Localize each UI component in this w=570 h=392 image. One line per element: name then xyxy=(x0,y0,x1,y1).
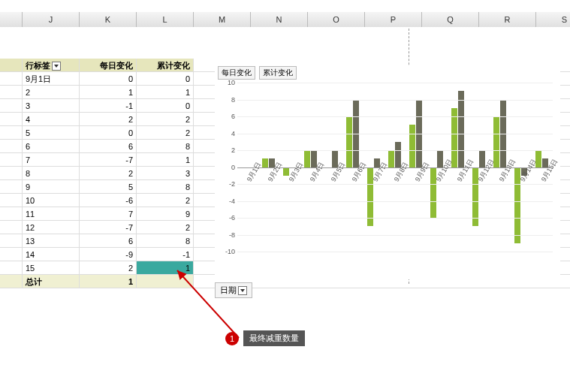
row-label[interactable]: 5 xyxy=(23,126,80,139)
cell-cumulative[interactable]: 8 xyxy=(137,140,194,152)
column-header-row: JKLMNOPQRS xyxy=(0,12,570,27)
callout-number: 1 xyxy=(225,332,239,345)
row-label[interactable]: 14 xyxy=(23,248,80,261)
row-label[interactable]: 8 xyxy=(23,167,80,179)
gridline xyxy=(237,218,553,219)
plot-area: 9月1日9月2日9月3日9月4日9月5日9月6日9月7日9月8日9月9日9月10… xyxy=(237,83,553,252)
cell-daily[interactable]: 6 xyxy=(80,140,137,152)
y-tick: -2 xyxy=(229,180,235,188)
date-filter-button[interactable]: 日期 xyxy=(215,282,252,298)
cell-daily[interactable]: -1 xyxy=(80,99,137,112)
bar xyxy=(409,125,415,167)
callout-text: 最终减重数量 xyxy=(243,330,305,346)
cell-daily[interactable]: 7 xyxy=(80,207,137,220)
header-cumulative[interactable]: 累计变化 xyxy=(137,59,194,71)
bar xyxy=(458,91,464,167)
y-tick: 6 xyxy=(231,113,235,120)
row-label[interactable]: 9 xyxy=(23,180,80,193)
row-label[interactable]: 15 xyxy=(23,261,80,274)
bar xyxy=(262,158,268,167)
gridline xyxy=(237,252,553,252)
x-tick: 9月1日 xyxy=(245,161,264,184)
cell-cumulative[interactable]: 1 xyxy=(137,261,194,274)
cell-daily[interactable]: -9 xyxy=(80,248,137,261)
cell-daily[interactable]: 1 xyxy=(80,86,137,98)
col-header-O[interactable]: O xyxy=(308,12,365,27)
y-tick: -8 xyxy=(229,231,235,239)
row-label[interactable]: 12 xyxy=(23,221,80,234)
cell-cumulative[interactable]: 0 xyxy=(137,99,194,112)
legend-daily[interactable]: 每日变化 xyxy=(218,66,255,80)
row-label[interactable]: 11 xyxy=(23,207,80,220)
cell-daily[interactable]: -7 xyxy=(80,221,137,234)
gridline xyxy=(237,150,553,151)
cell-cumulative[interactable]: 1 xyxy=(137,153,194,166)
cell-daily[interactable]: 0 xyxy=(80,126,137,139)
cell-daily[interactable]: 2 xyxy=(80,113,137,125)
y-axis: -10-8-6-4-20246810 xyxy=(215,83,237,252)
cell-cumulative[interactable]: 8 xyxy=(137,180,194,193)
col-header-L[interactable]: L xyxy=(137,12,194,27)
cell-daily[interactable]: 2 xyxy=(80,261,137,274)
cell-cumulative[interactable]: -1 xyxy=(137,248,194,261)
pivot-chart[interactable]: 每日变化 累计变化 -10-8-6-4-20246810 9月1日9月2日9月3… xyxy=(215,66,560,279)
row-label[interactable]: 9月1日 xyxy=(23,72,80,85)
cell-daily[interactable]: 0 xyxy=(80,72,137,85)
cell-daily[interactable]: -7 xyxy=(80,153,137,166)
col-header-M[interactable]: M xyxy=(194,12,251,27)
col-header-R[interactable]: R xyxy=(479,12,536,27)
cell-daily[interactable]: 5 xyxy=(80,180,137,193)
gridline xyxy=(237,201,553,202)
cell-cumulative[interactable]: 3 xyxy=(137,167,194,179)
bar xyxy=(283,167,289,176)
row-label[interactable]: 7 xyxy=(23,153,80,166)
y-tick: 4 xyxy=(231,130,235,137)
gridline xyxy=(237,116,553,117)
y-tick: 0 xyxy=(231,164,235,171)
total-daily[interactable]: 1 xyxy=(80,275,137,288)
y-tick: -4 xyxy=(229,198,235,205)
cell-cumulative[interactable]: 1 xyxy=(137,86,194,98)
header-daily[interactable]: 每日变化 xyxy=(80,59,137,71)
total-cumulative[interactable] xyxy=(137,275,194,288)
row-label[interactable]: 6 xyxy=(23,140,80,152)
cell-daily[interactable]: 6 xyxy=(80,234,137,247)
col-header-K[interactable]: K xyxy=(80,12,137,27)
col-header-N[interactable]: N xyxy=(251,12,308,27)
col-header-Q[interactable]: Q xyxy=(422,12,479,27)
cell-daily[interactable]: -6 xyxy=(80,194,137,207)
gridline xyxy=(237,134,553,134)
gridline xyxy=(237,184,553,185)
bar xyxy=(535,150,541,167)
col-header-blank[interactable] xyxy=(0,12,23,27)
legend-cumulative[interactable]: 累计变化 xyxy=(259,66,297,80)
bar xyxy=(304,150,310,167)
filter-icon[interactable] xyxy=(52,62,61,71)
bar xyxy=(388,150,394,167)
row-label[interactable]: 10 xyxy=(23,194,80,207)
cell-cumulative[interactable]: 2 xyxy=(137,113,194,125)
header-rowlabel[interactable]: 行标签 xyxy=(23,59,80,71)
bar xyxy=(346,116,352,167)
cell-cumulative[interactable]: 8 xyxy=(137,234,194,247)
gridline xyxy=(237,235,553,236)
cell-cumulative[interactable]: 9 xyxy=(137,207,194,220)
col-header-P[interactable]: P xyxy=(365,12,422,27)
col-header-J[interactable]: J xyxy=(23,12,80,27)
cell-cumulative[interactable]: 2 xyxy=(137,126,194,139)
chart-legend: 每日变化 累计变化 xyxy=(218,66,298,80)
cell-cumulative[interactable]: 2 xyxy=(137,194,194,207)
row-label[interactable]: 3 xyxy=(23,99,80,112)
y-tick: -10 xyxy=(225,248,235,255)
cell-cumulative[interactable]: 0 xyxy=(137,72,194,85)
cell-daily[interactable]: 2 xyxy=(80,167,137,179)
cell-cumulative[interactable]: 2 xyxy=(137,221,194,234)
x-tick: 9月3日 xyxy=(287,161,306,184)
row-label[interactable]: 4 xyxy=(23,113,80,125)
col-header-S[interactable]: S xyxy=(536,12,570,27)
total-label[interactable]: 总计 xyxy=(23,275,80,288)
row-label[interactable]: 2 xyxy=(23,86,80,98)
callout: 1 最终减重数量 xyxy=(225,330,305,346)
y-tick: 8 xyxy=(231,96,235,104)
row-label[interactable]: 13 xyxy=(23,234,80,247)
